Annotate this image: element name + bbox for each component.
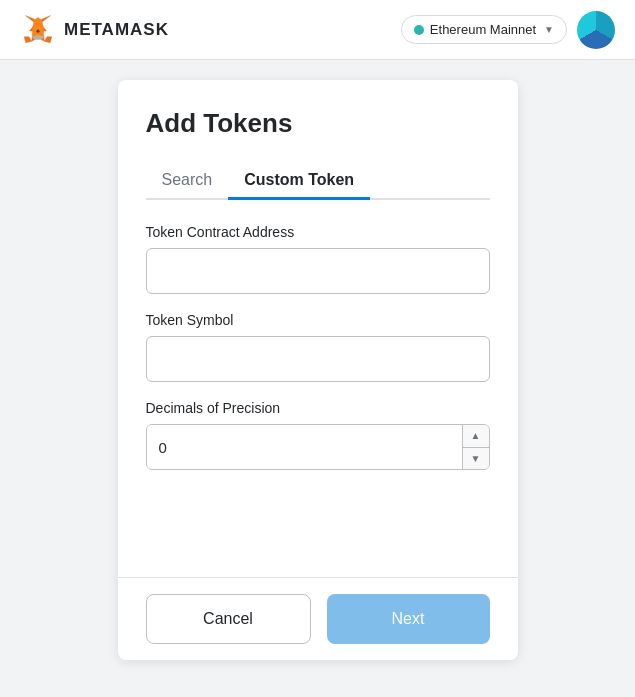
decimals-decrement-button[interactable]: ▼ — [463, 448, 489, 470]
tab-search[interactable]: Search — [146, 163, 229, 200]
brand-name: METAMASK — [64, 20, 169, 40]
account-avatar[interactable] — [577, 11, 615, 49]
decimals-group: Decimals of Precision ▲ ▼ — [146, 400, 490, 470]
decimals-input-wrapper: ▲ ▼ — [146, 424, 490, 470]
contract-address-label: Token Contract Address — [146, 224, 490, 240]
network-selector[interactable]: Ethereum Mainnet ▼ — [401, 15, 567, 44]
svg-marker-3 — [24, 36, 32, 42]
cancel-button[interactable]: Cancel — [146, 594, 311, 644]
next-button[interactable]: Next — [327, 594, 490, 644]
add-tokens-card: Add Tokens Search Custom Token Token Con… — [118, 80, 518, 660]
tab-custom-token[interactable]: Custom Token — [228, 163, 370, 200]
main-background: Add Tokens Search Custom Token Token Con… — [0, 60, 635, 697]
header-controls: Ethereum Mainnet ▼ — [401, 11, 615, 49]
network-name: Ethereum Mainnet — [430, 22, 536, 37]
tabs-bar: Search Custom Token — [146, 163, 490, 200]
brand-area: METAMASK — [20, 12, 169, 48]
token-symbol-group: Token Symbol — [146, 312, 490, 382]
decimals-label: Decimals of Precision — [146, 400, 490, 416]
svg-marker-2 — [44, 36, 52, 42]
token-symbol-label: Token Symbol — [146, 312, 490, 328]
card-body: Add Tokens Search Custom Token Token Con… — [118, 80, 518, 577]
page-title: Add Tokens — [146, 108, 490, 139]
app-header: METAMASK Ethereum Mainnet ▼ — [0, 0, 635, 60]
metamask-logo-icon — [20, 12, 56, 48]
card-footer: Cancel Next — [118, 577, 518, 660]
decimals-increment-button[interactable]: ▲ — [463, 425, 489, 448]
decimals-input[interactable] — [147, 425, 462, 469]
contract-address-group: Token Contract Address — [146, 224, 490, 294]
network-status-dot — [414, 25, 424, 35]
token-symbol-input[interactable] — [146, 336, 490, 382]
contract-address-input[interactable] — [146, 248, 490, 294]
decimals-spinner: ▲ ▼ — [462, 425, 489, 469]
chevron-down-icon: ▼ — [544, 24, 554, 35]
